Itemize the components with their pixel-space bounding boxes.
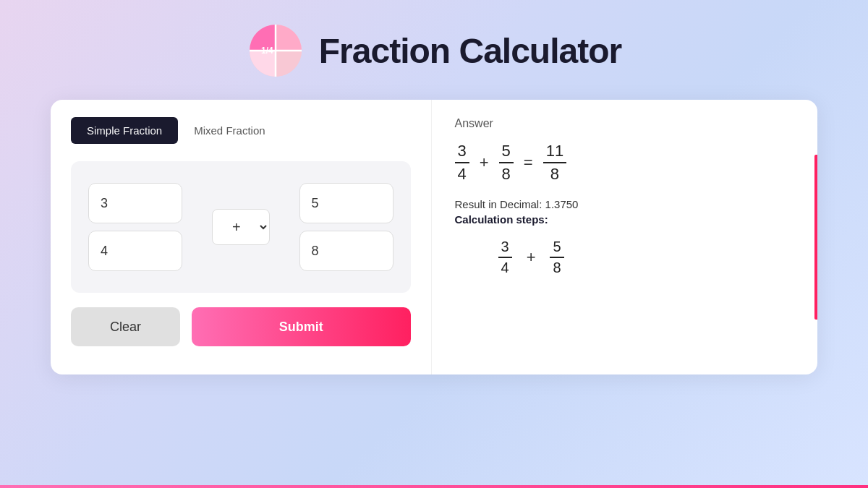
answer-display: 3 4 + 5 8 = 11 8	[455, 142, 795, 184]
clear-button[interactable]: Clear	[71, 307, 180, 346]
answer-result-frac: 11 8	[543, 142, 566, 184]
step-op: +	[527, 248, 536, 267]
answer-label: Answer	[455, 117, 795, 130]
step-den2: 8	[550, 258, 563, 276]
answer-eq: =	[524, 153, 533, 172]
step-num2: 5	[550, 239, 563, 258]
answer-den1: 4	[455, 163, 469, 184]
steps-label: Calculation steps:	[455, 213, 795, 226]
denominator-2-input[interactable]	[299, 231, 393, 271]
left-panel: Simple Fraction Mixed Fraction + - × ÷	[51, 100, 432, 374]
steps-display: 3 4 + 5 8	[498, 239, 795, 276]
action-buttons: Clear Submit	[71, 307, 411, 346]
app-title: Fraction Calculator	[319, 31, 621, 71]
answer-num2: 5	[499, 142, 514, 163]
answer-num1: 3	[455, 142, 469, 163]
operator-group: + - × ÷	[212, 209, 270, 245]
step-frac1: 3 4	[498, 239, 512, 276]
step-den1: 4	[498, 258, 512, 276]
step-num1: 3	[498, 239, 512, 258]
fraction-2-group	[299, 183, 393, 271]
right-panel: Answer 3 4 + 5 8 = 11 8 Result in Decima…	[432, 100, 818, 374]
submit-button[interactable]: Submit	[192, 307, 410, 346]
tab-bar: Simple Fraction Mixed Fraction	[71, 117, 411, 144]
answer-frac1: 3 4	[455, 142, 469, 184]
answer-res-den: 8	[548, 163, 562, 184]
fraction-1-group	[88, 183, 182, 271]
tab-mixed-fraction[interactable]: Mixed Fraction	[178, 117, 281, 144]
main-card: Simple Fraction Mixed Fraction + - × ÷	[51, 100, 817, 374]
app-logo: 1/4	[247, 22, 305, 80]
answer-den2: 8	[499, 163, 514, 184]
numerator-1-input[interactable]	[88, 183, 182, 223]
svg-text:1/4: 1/4	[261, 46, 273, 56]
denominator-1-input[interactable]	[88, 231, 182, 271]
operator-dropdown[interactable]: + - × ÷	[212, 209, 270, 245]
header: 1/4 Fraction Calculator	[247, 22, 621, 80]
answer-op: +	[480, 153, 489, 172]
calculator-area: + - × ÷	[71, 161, 411, 293]
numerator-2-input[interactable]	[299, 183, 393, 223]
answer-frac2: 5 8	[499, 142, 514, 184]
step-frac2: 5 8	[550, 239, 563, 276]
decimal-result: Result in Decimal: 1.3750	[455, 198, 795, 210]
answer-res-num: 11	[543, 142, 566, 163]
tab-simple-fraction[interactable]: Simple Fraction	[71, 117, 178, 144]
